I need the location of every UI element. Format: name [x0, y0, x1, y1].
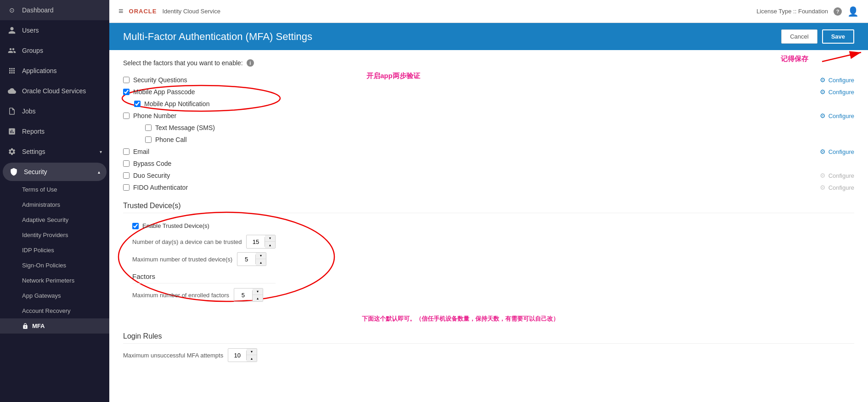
factor-row-phone-call: Phone Call	[123, 134, 854, 146]
checkbox-sms[interactable]	[145, 125, 152, 131]
login-rules-title: Login Rules	[123, 332, 854, 344]
max-attempts-decrement[interactable]: ▾	[247, 349, 257, 355]
max-enrolled-row: Maximum number of enrolled factors ▾ ▴	[132, 288, 276, 302]
configure-link-security-questions[interactable]: Configure	[829, 77, 854, 84]
info-icon[interactable]: i	[247, 59, 254, 67]
factor-row-phone-number: Phone Number ⚙ Configure	[123, 110, 854, 122]
sidebar-item-mfa[interactable]: MFA	[0, 318, 109, 334]
cancel-button[interactable]: Cancel	[781, 29, 817, 44]
enable-trusted-label: Enable Trusted Device(s)	[142, 222, 209, 229]
checkbox-mobile-notification[interactable]	[134, 101, 141, 107]
help-button[interactable]: ?	[834, 7, 842, 16]
max-attempts-increment[interactable]: ▴	[247, 355, 257, 362]
sidebar-item-identity-providers[interactable]: Identity Providers	[0, 227, 109, 243]
factors-section: 开启app两步验证 Security Questions ⚙ Configure	[123, 74, 854, 193]
sidebar-item-dashboard[interactable]: ⊙ Dashboard	[0, 0, 109, 20]
configure-link-phone[interactable]: Configure	[829, 113, 854, 119]
factor-row-sms: Text Message (SMS)	[123, 122, 854, 134]
settings-icon	[7, 147, 17, 156]
max-enrolled-decrement[interactable]: ▾	[253, 289, 263, 295]
checkbox-fido[interactable]	[123, 184, 130, 191]
days-label: Number of day(s) a device can be trusted	[132, 238, 242, 245]
max-enrolled-spinbox-buttons: ▾ ▴	[253, 289, 263, 301]
checkbox-phone-number[interactable]	[123, 113, 130, 119]
sidebar-sub-label: Sign-On Policies	[22, 262, 66, 269]
sidebar-item-label: Users	[22, 27, 39, 34]
groups-icon	[7, 46, 17, 55]
oracle-logo: ORACLE	[129, 8, 157, 15]
gear-icon-phone: ⚙	[820, 112, 826, 119]
gear-icon-mobile-passcode: ⚙	[820, 88, 826, 96]
max-devices-label: Maximum number of trusted device(s)	[132, 256, 232, 263]
enable-trusted-checkbox[interactable]	[132, 223, 139, 229]
configure-link-email[interactable]: Configure	[829, 148, 854, 155]
sidebar-item-label: Groups	[22, 47, 43, 54]
max-devices-spinbox-buttons: ▾ ▴	[256, 253, 266, 266]
sidebar-item-label: Jobs	[22, 108, 36, 115]
configure-link-duo: Configure	[829, 172, 854, 179]
sidebar-item-idp-policies[interactable]: IDP Policies	[0, 243, 109, 258]
sidebar-item-applications[interactable]: Applications	[0, 61, 109, 81]
max-attempts-label: Maximum unsuccessful MFA attempts	[123, 352, 223, 359]
checkbox-email[interactable]	[123, 148, 130, 155]
login-rules-section: Login Rules Maximum unsuccessful MFA att…	[123, 332, 854, 362]
sidebar-item-users[interactable]: Users	[0, 20, 109, 40]
max-devices-decrement[interactable]: ▾	[256, 253, 266, 259]
configure-link-mobile-passcode[interactable]: Configure	[829, 89, 854, 96]
checkbox-mobile-passcode[interactable]	[123, 89, 130, 95]
sidebar-sub-label: Terms of Use	[22, 186, 57, 193]
sidebar-item-app-gateways[interactable]: App Gateways	[0, 288, 109, 303]
max-enrolled-spinbox[interactable]: ▾ ▴	[234, 288, 263, 302]
max-attempts-value[interactable]	[228, 351, 247, 360]
max-enrolled-increment[interactable]: ▴	[253, 295, 263, 301]
save-button[interactable]: Save	[822, 29, 854, 44]
days-spinbox-buttons: ▾ ▴	[265, 235, 275, 248]
sidebar-sub-label: Account Recovery	[22, 307, 71, 314]
gear-icon-security-questions: ⚙	[820, 76, 826, 84]
factors-subsection-title: Factors	[132, 272, 276, 283]
checkbox-bypass[interactable]	[123, 160, 130, 167]
checkbox-security-questions[interactable]	[123, 77, 130, 83]
service-name: Identity Cloud Service	[162, 8, 220, 15]
sidebar-item-adaptive-security[interactable]: Adaptive Security	[0, 212, 109, 227]
sidebar: ⊙ Dashboard Users Groups Applications Or…	[0, 0, 109, 402]
sidebar-item-security[interactable]: Security ▴	[3, 163, 107, 181]
days-row: Number of day(s) a device can be trusted…	[132, 235, 276, 249]
factor-label: Phone Call	[155, 136, 187, 143]
sidebar-sub-label: MFA	[32, 323, 45, 329]
gear-icon-duo: ⚙	[820, 172, 826, 179]
checkbox-phone-call[interactable]	[145, 136, 152, 143]
sidebar-item-settings[interactable]: Settings ▾	[0, 142, 109, 162]
sidebar-item-network-perimeters[interactable]: Network Perimeters	[0, 273, 109, 288]
sidebar-item-account-recovery[interactable]: Account Recovery	[0, 303, 109, 318]
days-decrement[interactable]: ▾	[265, 235, 275, 242]
sidebar-item-label: Oracle Cloud Services	[22, 87, 86, 95]
days-spinbox[interactable]: ▾ ▴	[246, 235, 276, 249]
max-enrolled-value[interactable]	[234, 290, 253, 300]
user-avatar[interactable]: 👤	[847, 6, 859, 17]
sidebar-item-sign-on-policies[interactable]: Sign-On Policies	[0, 258, 109, 273]
days-increment[interactable]: ▴	[265, 242, 275, 248]
sidebar-item-terms-of-use[interactable]: Terms of Use	[0, 182, 109, 197]
max-attempts-spinbox[interactable]: ▾ ▴	[228, 348, 257, 362]
sidebar-item-label: Reports	[22, 128, 45, 135]
factor-label: Mobile App Passcode	[133, 88, 195, 96]
hamburger-menu[interactable]: ≡	[118, 6, 124, 16]
settings-chevron: ▾	[100, 149, 102, 154]
sidebar-item-jobs[interactable]: Jobs	[0, 101, 109, 121]
factor-label: FIDO Authenticator	[133, 184, 188, 191]
days-value[interactable]	[247, 237, 265, 247]
max-enrolled-label: Maximum number of enrolled factors	[132, 292, 229, 299]
factor-label: Mobile App Notification	[144, 100, 209, 108]
sidebar-item-groups[interactable]: Groups	[0, 40, 109, 61]
trusted-devices-title: Trusted Device(s)	[123, 202, 854, 213]
sidebar-item-oracle-cloud[interactable]: Oracle Cloud Services	[0, 81, 109, 101]
sidebar-item-administrators[interactable]: Administrators	[0, 197, 109, 212]
factor-label: Duo Security	[133, 172, 170, 179]
max-devices-spinbox[interactable]: ▾ ▴	[237, 252, 266, 266]
factor-row-mobile-notification: Mobile App Notification	[123, 98, 854, 110]
max-devices-value[interactable]	[237, 255, 256, 264]
max-devices-increment[interactable]: ▴	[256, 259, 266, 266]
sidebar-item-reports[interactable]: Reports	[0, 121, 109, 142]
checkbox-duo[interactable]	[123, 172, 130, 179]
